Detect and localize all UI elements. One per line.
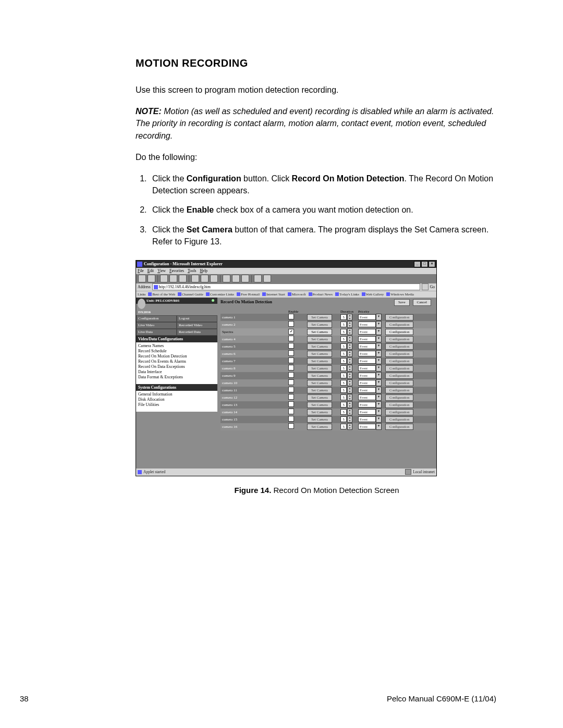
- duration-spinner[interactable]: ▲▼: [347, 365, 352, 372]
- enable-checkbox[interactable]: [288, 365, 294, 371]
- duration-spinner[interactable]: ▲▼: [347, 336, 352, 342]
- set-camera-button[interactable]: Set Camera: [307, 409, 332, 415]
- address-field[interactable]: http://192.168.4.46/indexcfg.htm: [152, 283, 420, 290]
- menu-item[interactable]: File: [138, 268, 144, 273]
- set-camera-button[interactable]: Set Camera: [307, 322, 332, 328]
- link-item[interactable]: Today's Links: [335, 292, 359, 296]
- priority-dropdown[interactable]: ▼: [376, 314, 382, 320]
- set-camera-button[interactable]: Set Camera: [307, 402, 332, 408]
- duration-value[interactable]: 5: [340, 343, 347, 349]
- priority-value[interactable]: Event: [358, 387, 376, 393]
- duration-value[interactable]: 5: [340, 314, 347, 320]
- priority-dropdown[interactable]: ▼: [376, 372, 382, 379]
- refresh-button[interactable]: [169, 275, 177, 282]
- address-dropdown[interactable]: [422, 283, 429, 290]
- priority-value[interactable]: Event: [358, 358, 376, 364]
- home-button[interactable]: [179, 275, 187, 282]
- priority-dropdown[interactable]: ▼: [376, 336, 382, 342]
- duration-value[interactable]: 5: [340, 387, 347, 393]
- duration-value[interactable]: 5: [340, 336, 347, 342]
- cancel-button[interactable]: Cancel: [413, 299, 431, 306]
- priority-dropdown[interactable]: ▼: [376, 416, 382, 423]
- duration-value[interactable]: 5: [340, 424, 347, 429]
- priority-value[interactable]: Event: [358, 409, 376, 415]
- configuration-button[interactable]: Configuration: [385, 416, 413, 423]
- set-camera-button[interactable]: Set Camera: [307, 387, 332, 393]
- nav-button[interactable]: Recorded Video: [177, 322, 217, 329]
- forward-button[interactable]: [148, 275, 155, 282]
- priority-dropdown[interactable]: ▼: [376, 387, 382, 393]
- priority-dropdown[interactable]: ▼: [376, 423, 382, 430]
- duration-value[interactable]: 5: [340, 380, 347, 386]
- enable-checkbox[interactable]: [288, 394, 294, 400]
- window-button[interactable]: □: [421, 261, 428, 267]
- history-button[interactable]: [210, 275, 218, 282]
- configuration-button[interactable]: Configuration: [385, 424, 413, 430]
- nav-button[interactable]: Live Data: [136, 329, 177, 336]
- priority-dropdown[interactable]: ▼: [376, 365, 382, 372]
- configuration-button[interactable]: Configuration: [385, 387, 413, 393]
- sidebar-link[interactable]: Camera Names: [138, 343, 215, 349]
- priority-value[interactable]: Event: [358, 343, 376, 349]
- sidebar-link[interactable]: Record Schedule: [138, 349, 215, 354]
- duration-value[interactable]: 5: [340, 402, 347, 408]
- duration-spinner[interactable]: ▲▼: [347, 321, 352, 328]
- priority-value[interactable]: Event: [358, 380, 376, 386]
- priority-value[interactable]: Event: [358, 424, 376, 429]
- edit-button[interactable]: [241, 275, 249, 282]
- configuration-button[interactable]: Configuration: [385, 343, 413, 350]
- priority-value[interactable]: Event: [358, 351, 376, 356]
- link-item[interactable]: Internet Start: [262, 292, 285, 296]
- set-camera-button[interactable]: Set Camera: [307, 336, 332, 342]
- priority-dropdown[interactable]: ▼: [376, 394, 382, 401]
- set-camera-button[interactable]: Set Camera: [307, 351, 332, 357]
- duration-spinner[interactable]: ▲▼: [347, 372, 352, 379]
- duration-spinner[interactable]: ▲▼: [347, 387, 352, 393]
- window-button[interactable]: ×: [429, 261, 435, 267]
- set-camera-button[interactable]: Set Camera: [307, 416, 332, 423]
- priority-dropdown[interactable]: ▼: [376, 343, 382, 350]
- search-button[interactable]: [191, 275, 199, 282]
- duration-spinner[interactable]: ▲▼: [347, 357, 352, 364]
- sidebar-link[interactable]: Record On Data Exceptions: [138, 364, 215, 369]
- favorites-button[interactable]: [201, 275, 209, 282]
- duration-value[interactable]: 5: [340, 373, 347, 378]
- duration-spinner[interactable]: ▲▼: [347, 379, 352, 386]
- duration-spinner[interactable]: ▲▼: [347, 350, 352, 357]
- priority-dropdown[interactable]: ▼: [376, 328, 382, 335]
- duration-spinner[interactable]: ▲▼: [347, 423, 352, 430]
- duration-spinner[interactable]: ▲▼: [347, 394, 352, 401]
- menu-item[interactable]: Tools: [188, 268, 197, 273]
- set-camera-button[interactable]: Set Camera: [307, 380, 332, 386]
- priority-value[interactable]: Event: [358, 322, 376, 327]
- sidebar-link[interactable]: Record On Motion Detection: [138, 354, 215, 359]
- sidebar-link[interactable]: General Information: [138, 392, 215, 397]
- link-item[interactable]: Windows Media: [386, 292, 414, 296]
- sidebar-link[interactable]: Record On Events & Alarms: [138, 359, 215, 364]
- nav-button[interactable]: Configuration: [136, 315, 177, 322]
- configuration-button[interactable]: Configuration: [385, 329, 413, 335]
- priority-dropdown[interactable]: ▼: [376, 321, 382, 328]
- priority-dropdown[interactable]: ▼: [376, 357, 382, 364]
- duration-spinner[interactable]: ▲▼: [347, 409, 352, 415]
- configuration-button[interactable]: Configuration: [385, 394, 413, 401]
- enable-checkbox[interactable]: [288, 387, 294, 392]
- set-camera-button[interactable]: Set Camera: [307, 358, 332, 364]
- configuration-button[interactable]: Configuration: [385, 365, 413, 372]
- nav-button[interactable]: Logout: [177, 315, 217, 322]
- menu-item[interactable]: View: [157, 268, 166, 273]
- duration-value[interactable]: 5: [340, 394, 347, 400]
- set-camera-button[interactable]: Set Camera: [307, 394, 332, 401]
- discuss-button[interactable]: [254, 275, 262, 282]
- link-item[interactable]: Best of the Web: [148, 292, 175, 296]
- link-item[interactable]: Free Hotmail: [237, 292, 260, 296]
- enable-checkbox[interactable]: [288, 423, 294, 429]
- enable-checkbox[interactable]: [288, 321, 294, 327]
- duration-value[interactable]: 5: [340, 409, 347, 415]
- configuration-button[interactable]: Configuration: [385, 314, 413, 320]
- duration-value[interactable]: 5: [340, 322, 347, 327]
- duration-value[interactable]: 5: [340, 358, 347, 364]
- enable-checkbox[interactable]: [288, 350, 294, 356]
- sidebar-link[interactable]: Data Interface: [138, 369, 215, 375]
- nav-button[interactable]: Live Video: [136, 322, 177, 329]
